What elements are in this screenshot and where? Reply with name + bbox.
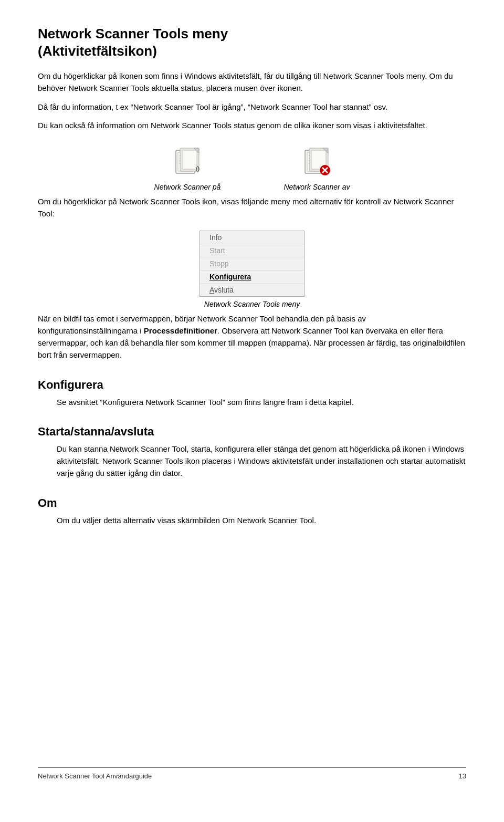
menu-caption: Network Scanner Tools meny [204, 300, 300, 308]
scanner-off-icon [300, 146, 333, 180]
icon-row: Network Scanner på [38, 146, 466, 191]
paragraph-om: Om du väljer detta alternativ visas skär… [57, 514, 466, 526]
menu-item-stopp[interactable]: Stopp [200, 257, 304, 270]
icon-on-caption: Network Scanner på [154, 183, 221, 191]
paragraph-2: Då får du information, t ex “Network Sca… [38, 101, 466, 113]
heading-starta: Starta/stanna/avsluta [38, 425, 466, 439]
paragraph-5: När en bildfil tas emot i servermappen, … [38, 313, 466, 361]
footer-right: 13 [459, 772, 466, 780]
content: Network Scanner Tools meny (Aktivitetfäl… [38, 25, 466, 746]
paragraph-3: Du kan också få information om Network S… [38, 119, 466, 131]
svg-rect-7 [182, 150, 197, 169]
menu-item-start[interactable]: Start [200, 244, 304, 257]
menu-item-konfigurera[interactable]: Konfigurera [200, 270, 304, 284]
heading-konfigurera: Konfigurera [38, 378, 466, 392]
icon-off-caption: Network Scanner av [284, 183, 350, 191]
footer: Network Scanner Tool Användarguide 13 [38, 767, 466, 780]
menu-wrapper: Info Start Stopp Konfigurera Avsluta Net… [38, 231, 466, 308]
paragraph-4: Om du högerklickar på Network Scanner To… [38, 195, 466, 220]
paragraph-konfigurera: Se avsnittet “Konfigurera Network Scanne… [57, 396, 466, 408]
scanner-on-icon-block: Network Scanner på [154, 146, 221, 191]
page-title: Network Scanner Tools meny (Aktivitetfäl… [38, 25, 466, 59]
heading-om: Om [38, 496, 466, 510]
paragraph-starta: Du kan stanna Network Scanner Tool, star… [57, 443, 466, 480]
context-menu: Info Start Stopp Konfigurera Avsluta [200, 231, 304, 297]
footer-left: Network Scanner Tool Användarguide [38, 772, 152, 780]
scanner-off-icon-block: Network Scanner av [284, 146, 350, 191]
paragraph-1: Om du högerklickar på ikonen som finns i… [38, 70, 466, 95]
menu-item-avsluta[interactable]: Avsluta [200, 284, 304, 296]
page: Network Scanner Tools meny (Aktivitetfäl… [0, 0, 504, 822]
menu-item-info[interactable]: Info [200, 231, 304, 244]
scanner-on-icon [171, 146, 204, 180]
